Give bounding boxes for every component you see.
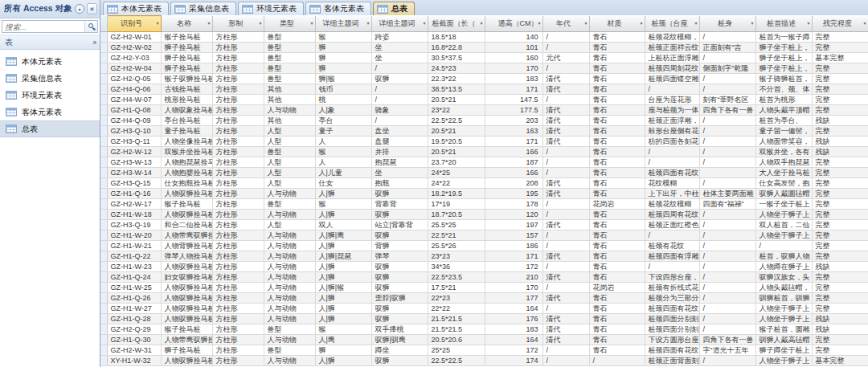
table-cell[interactable]: 人物驭狮拴马桩	[161, 314, 212, 324]
table-cell[interactable]: /	[699, 53, 755, 63]
table-cell[interactable]: GZ-H1-Q-16	[107, 189, 161, 199]
table-cell[interactable]: 完整	[812, 126, 868, 137]
table-cell[interactable]: 桩首为一猴子蹲	[755, 32, 812, 43]
table-cell[interactable]: 青石	[589, 335, 645, 345]
table-cell[interactable]: 人与动物	[264, 283, 315, 293]
table-cell[interactable]: 驭狮|驯鹰	[371, 335, 428, 345]
table-cell[interactable]: 青石	[589, 137, 645, 147]
column-header[interactable]: 材质▾	[589, 16, 645, 32]
table-cell[interactable]: GZ-H3-W-13	[107, 157, 161, 168]
table-cell[interactable]: 狮子蹲坐于桩上	[755, 345, 812, 356]
sidebar-item[interactable]: 采集信息表	[0, 70, 100, 87]
table-cell[interactable]: 青石	[589, 230, 645, 241]
table-cell[interactable]: 164	[485, 304, 542, 314]
sidebar-item[interactable]: 环境元素表	[0, 87, 100, 104]
table-cell[interactable]: 方柱形	[212, 168, 264, 178]
table-cell[interactable]: 166	[485, 147, 542, 157]
table-cell[interactable]: 亭台拴马桩	[161, 116, 212, 126]
table-cell[interactable]: 并排	[371, 147, 428, 157]
table-cell[interactable]: GZ-H3-Q-15	[107, 178, 161, 189]
table-cell[interactable]: 人物抱婴拴马桩	[161, 168, 212, 178]
table-cell[interactable]: 青石	[589, 262, 645, 272]
table-cell[interactable]: 完整	[812, 199, 868, 210]
table-cell[interactable]: 驭狮	[371, 283, 428, 293]
table-cell[interactable]: 台座为莲花形	[645, 95, 699, 105]
table-cell[interactable]: 人物带鹰驭狮拴马桩	[161, 335, 212, 345]
table-cell[interactable]: 172	[485, 262, 542, 272]
table-cell[interactable]: 完整	[812, 293, 868, 304]
table-cell[interactable]: 青石	[589, 74, 645, 84]
table-cell[interactable]: 猴子拴马桩	[161, 324, 212, 335]
table-cell[interactable]: 人与动物	[264, 314, 315, 324]
table-cell[interactable]: 101	[485, 43, 542, 53]
table-cell[interactable]: 青石	[589, 210, 645, 220]
table-cell[interactable]: 176	[485, 314, 542, 324]
table-cell[interactable]: 完整	[812, 43, 868, 53]
table-cell[interactable]: /	[542, 147, 589, 157]
table-cell[interactable]: 其他	[264, 95, 315, 105]
table-cell[interactable]: 18.2*19.5	[428, 189, 485, 199]
table-cell[interactable]: /	[699, 178, 755, 189]
table-cell[interactable]: 人|狮	[315, 189, 371, 199]
table-cell[interactable]: 猴	[315, 199, 371, 210]
table-cell[interactable]: 人物坐于狮子上	[755, 210, 812, 220]
table-cell[interactable]: 弹琴人物拴马桩	[161, 251, 212, 262]
filter-dropdown-icon[interactable]: ▾	[480, 16, 482, 31]
table-cell[interactable]: 171	[485, 84, 542, 95]
table-cell[interactable]: 方柱形	[212, 335, 264, 345]
table-cell[interactable]: 花岗岩	[589, 283, 645, 293]
table-cell[interactable]: 狮	[315, 53, 371, 63]
table-cell[interactable]: GZ-H2-Q-29	[107, 324, 161, 335]
table-cell[interactable]: 驭狮	[371, 74, 428, 84]
table-cell[interactable]: 上下出牙，中柱	[645, 189, 699, 199]
table-cell[interactable]: 古钱拴马桩	[161, 84, 212, 95]
tables-group-header[interactable]: 表 «	[0, 35, 100, 50]
record-selector[interactable]	[100, 272, 107, 283]
table-cell[interactable]: 完整	[812, 283, 868, 293]
table-cell[interactable]: 完整	[812, 178, 868, 189]
table-cell[interactable]: 双猴并坐，各有	[755, 147, 812, 157]
table-cell[interactable]: 人|狮	[315, 262, 371, 272]
table-cell[interactable]: 人	[315, 157, 371, 168]
table-cell[interactable]: 侧面刻字“乾隆	[699, 63, 755, 74]
table-cell[interactable]: 狮子拴马桩	[161, 43, 212, 53]
record-selector[interactable]	[100, 84, 107, 95]
column-header[interactable]: 类型▾	[264, 16, 315, 32]
table-cell[interactable]: 人物驭狮拴马桩	[161, 356, 212, 366]
table-cell[interactable]: 187	[485, 157, 542, 168]
table-cell[interactable]: 青石	[589, 324, 645, 335]
column-header[interactable]: 桩截面（长（▾	[428, 16, 485, 32]
table-cell[interactable]: 清代	[542, 335, 589, 345]
filter-dropdown-icon[interactable]: ▾	[207, 16, 210, 31]
table-cell[interactable]: /	[542, 241, 589, 251]
table-cell[interactable]: 人与动物	[264, 272, 315, 283]
table-cell[interactable]: 方柱形	[212, 116, 264, 126]
table-cell[interactable]: 24.5*23	[428, 63, 485, 74]
table-cell[interactable]: 青石	[589, 105, 645, 116]
table-cell[interactable]: 人物坐于狮子上	[755, 356, 812, 366]
table-cell[interactable]: 人|狮|琵琶	[315, 251, 371, 262]
table-cell[interactable]: 25.5*26	[428, 241, 485, 251]
table-cell[interactable]: 完整	[812, 168, 868, 178]
record-selector[interactable]	[100, 126, 107, 137]
table-cell[interactable]: /	[699, 230, 755, 241]
table-cell[interactable]: /	[699, 116, 755, 126]
table-cell[interactable]: 四角下各有一兽	[699, 335, 755, 345]
record-selector[interactable]	[100, 178, 107, 189]
table-cell[interactable]: 鼓形台座侧有花	[645, 126, 699, 137]
table-cell[interactable]: 驭狮	[371, 189, 428, 199]
table-cell[interactable]: /	[371, 116, 428, 126]
table-cell[interactable]: 兽型	[264, 43, 315, 53]
table-cell[interactable]: 人物坐于狮子上	[755, 230, 812, 241]
table-cell[interactable]: 人|狮	[315, 272, 371, 283]
table-cell[interactable]: GZ-H1-Q-08	[107, 105, 161, 116]
table-cell[interactable]: /	[371, 84, 428, 95]
table-cell[interactable]: GZ-H1-W-21	[107, 241, 161, 251]
table-cell[interactable]: 四角下各有一兽	[699, 105, 755, 116]
table-cell[interactable]: 人物头戴毡帽，	[755, 283, 812, 293]
table-cell[interactable]: 清代	[542, 137, 589, 147]
table-cell[interactable]: 猴	[315, 32, 371, 43]
table-cell[interactable]: 方柱形	[212, 272, 264, 283]
table-cell[interactable]: 140	[485, 32, 542, 43]
table-cell[interactable]: 兽型	[264, 74, 315, 84]
